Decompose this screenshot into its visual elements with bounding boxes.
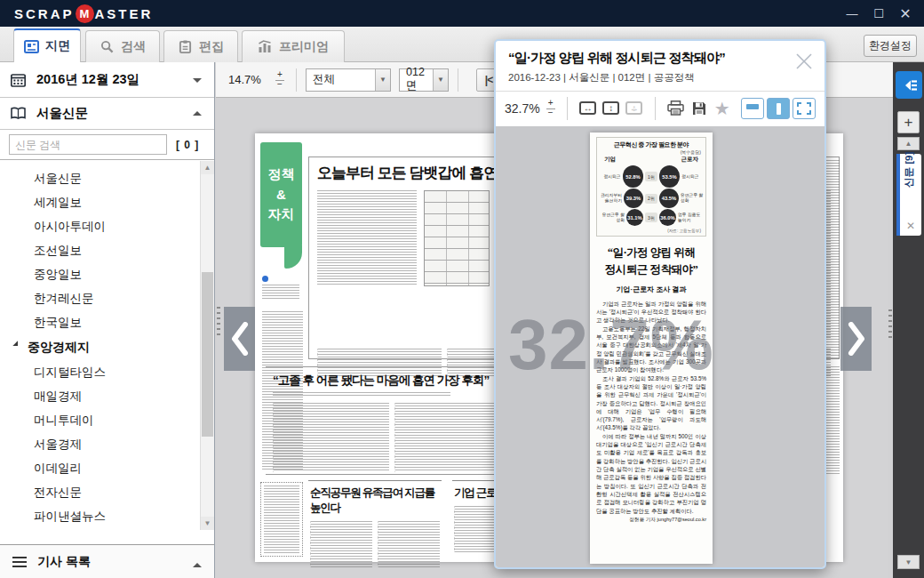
infographic-row: 관리자부터 솔선하기 39.3% 2위 43.5% 유연근무 활성화	[599, 189, 704, 208]
paper-list-item[interactable]: 디지털타임스	[0, 360, 200, 384]
popup-content[interactable]: 근무혁신 중 가장 필요한 분야 (복수응답) 기업 근로자 정시퇴근 52.8…	[496, 126, 824, 567]
next-page-button[interactable]	[840, 307, 872, 371]
maximize-icon[interactable]: ☐	[865, 0, 892, 27]
headline-3: 순직공무원 유족급여 지급률 높인다	[310, 486, 440, 516]
page-select[interactable]: 012면 ▼	[399, 68, 449, 92]
paper-list-item[interactable]: 조선일보	[0, 238, 200, 262]
chevron-up-icon	[193, 107, 202, 116]
date-selector[interactable]: 2016년 12월 23일	[0, 62, 214, 98]
tab-edit-label: 편집	[199, 39, 224, 55]
source-selector[interactable]: 서울신문	[0, 98, 214, 130]
paper-list-item[interactable]: 세계일보	[0, 190, 200, 214]
paper-list-item[interactable]: 서울신문	[0, 166, 200, 190]
article-benefits: 순직공무원 유족급여 지급률 높인다	[308, 480, 442, 557]
zoom-in-icon[interactable]: +	[273, 71, 287, 78]
add-tab-button[interactable]: +	[897, 111, 920, 133]
paper-list-item[interactable]: 파이낸셜뉴스	[0, 504, 200, 528]
infographic-right-header: 근로자	[681, 156, 699, 164]
vertical-bar-icon	[777, 103, 781, 115]
chevron-down-icon[interactable]: ▼	[433, 69, 448, 91]
popup-zoom-stepper[interactable]: + −	[544, 100, 558, 116]
tab-edit[interactable]: 편집	[163, 30, 238, 62]
tab-premium[interactable]: 프리미엄	[242, 30, 345, 62]
zoom-stepper[interactable]: + −	[273, 71, 287, 88]
popup-header: “일·가정 양립 위해 정시퇴근 정착돼야” 2016-12-23 | 서울신문…	[496, 41, 824, 91]
splitter-grip[interactable]	[888, 309, 892, 340]
article-list-bar[interactable]: 기사 목록	[0, 544, 214, 578]
paper-list-item[interactable]: 서울경제	[0, 432, 200, 456]
source-label: 서울신문	[36, 105, 88, 122]
fit-height-icon: ↕	[602, 101, 619, 115]
infographic-source: (자료: 고용노동부)	[599, 227, 704, 234]
splitter-grip[interactable]	[217, 307, 220, 337]
newspaper-icon	[24, 40, 39, 53]
list-collapse-icon	[900, 78, 918, 92]
scope-select[interactable]: 전체 ▼	[306, 68, 391, 92]
app-logo: SCRAP M ASTER	[14, 4, 153, 23]
paper-search-row: [ 0 ]	[0, 130, 214, 160]
info-dot-icon	[262, 276, 268, 282]
article-headline: “일·가정 양립 위해 정시퇴근 정착돼야”	[590, 245, 713, 279]
horizontal-layout-button[interactable]	[741, 98, 764, 119]
infographic-row: 정시퇴근 52.8% 1위 53.5% 정시퇴근	[599, 165, 704, 188]
tab-pages[interactable]: 지면	[13, 28, 81, 62]
panel-list-button[interactable]	[896, 71, 922, 99]
article-subhead: 기업·근로자 조사 결과	[590, 285, 713, 294]
paper-search-input[interactable]	[9, 134, 167, 155]
tab-search[interactable]: 검색	[85, 30, 160, 62]
paper-group-header[interactable]: 중앙경제지	[0, 334, 200, 360]
print-button[interactable]	[665, 98, 688, 119]
scroll-up-icon[interactable]: ▲	[201, 161, 214, 174]
settings-button[interactable]: 환경설정	[864, 35, 917, 57]
save-button[interactable]	[688, 98, 711, 119]
scrollbar-thumb[interactable]	[202, 272, 213, 437]
paper-list-item[interactable]: 한국경제	[0, 528, 200, 530]
zoom-out-icon[interactable]: −	[544, 109, 558, 116]
right-panel-bar: + ▲ 신문 [9] ✕ ▼	[893, 62, 924, 578]
tab-close-icon[interactable]: ✕	[906, 220, 915, 232]
close-icon[interactable]: ✕	[892, 0, 919, 27]
active-tab-indicator	[896, 154, 900, 236]
paper-list-item[interactable]: 이데일리	[0, 456, 200, 480]
zoom-value: 14.7%	[228, 73, 269, 86]
zoom-in-icon[interactable]: +	[544, 100, 558, 107]
section-badge: 정책 & 자치	[260, 142, 302, 247]
paper-list-item[interactable]: 한국일보	[0, 310, 200, 334]
logo-text-right: ASTER	[95, 6, 154, 21]
paper-list-item[interactable]: 한겨레신문	[0, 286, 200, 310]
newspaper-tab-label: 신문 [9]	[903, 152, 916, 188]
date-label: 2016년 12월 23일	[36, 71, 139, 88]
paper-list-item[interactable]: 중앙일보	[0, 262, 200, 286]
zoom-watermark: 32.7%	[508, 304, 714, 386]
clipboard-icon	[178, 40, 193, 53]
scroll-down-icon[interactable]: ▼	[201, 517, 214, 530]
expand-icon	[793, 99, 815, 118]
minimize-icon[interactable]: —	[839, 0, 865, 27]
zoom-out-icon[interactable]: −	[273, 81, 287, 88]
fit-width-button[interactable]: ↔	[577, 98, 600, 119]
prev-page-button[interactable]	[224, 307, 255, 371]
tabs-scroll-up-button[interactable]: ▲	[897, 137, 920, 150]
fake-text-column	[317, 190, 417, 286]
vertical-layout-button[interactable]	[767, 98, 790, 119]
paper-list-item[interactable]: 머니투데이	[0, 408, 200, 432]
fullscreen-button[interactable]	[793, 98, 816, 119]
section-badge-tail	[284, 245, 302, 269]
paper-list-item[interactable]: 아시아투데이	[0, 214, 200, 238]
tab-pages-label: 지면	[45, 38, 70, 54]
favorite-button[interactable]: ★	[711, 98, 734, 119]
fit-height-button[interactable]: ↕	[600, 98, 623, 119]
infographic-row: 유연근무 활성화 31.1% 3위 36.0% 업무 집중도 높이기	[599, 209, 704, 226]
horizontal-bar-icon	[746, 104, 759, 109]
tabs-scroll-down-button[interactable]: ▼	[897, 555, 920, 569]
newspaper-tab[interactable]: 신문 [9] ✕	[896, 154, 921, 236]
title-bar: SCRAP M ASTER — ☐ ✕	[0, 0, 924, 27]
chevron-down-icon[interactable]: ▼	[375, 69, 390, 91]
paper-list-item[interactable]: 매일경제	[0, 384, 200, 408]
article-byline: 정현용 기자 junghy77@seoul.co.kr	[590, 515, 713, 526]
paper-list-item[interactable]: 전자신문	[0, 480, 200, 504]
popup-close-icon[interactable]	[794, 52, 814, 71]
fit-page-button[interactable]: ↔↕	[623, 98, 646, 119]
infographic: 근무혁신 중 가장 필요한 분야 (복수응답) 기업 근로자 정시퇴근 52.8…	[596, 137, 706, 237]
paper-list-scrollbar[interactable]: ▲ ▼	[200, 161, 214, 530]
